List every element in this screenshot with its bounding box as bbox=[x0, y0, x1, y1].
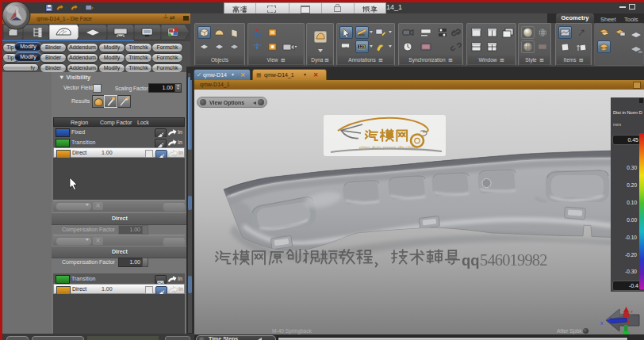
svg-text:x: x bbox=[600, 320, 604, 326]
svg-text:546019982: 546019982 bbox=[480, 251, 547, 269]
svg-text:2D: 2D bbox=[638, 50, 642, 54]
svg-text:qq: qq bbox=[462, 252, 480, 269]
svg-text:123: 123 bbox=[358, 44, 366, 49]
svg-text:z: z bbox=[631, 309, 633, 314]
